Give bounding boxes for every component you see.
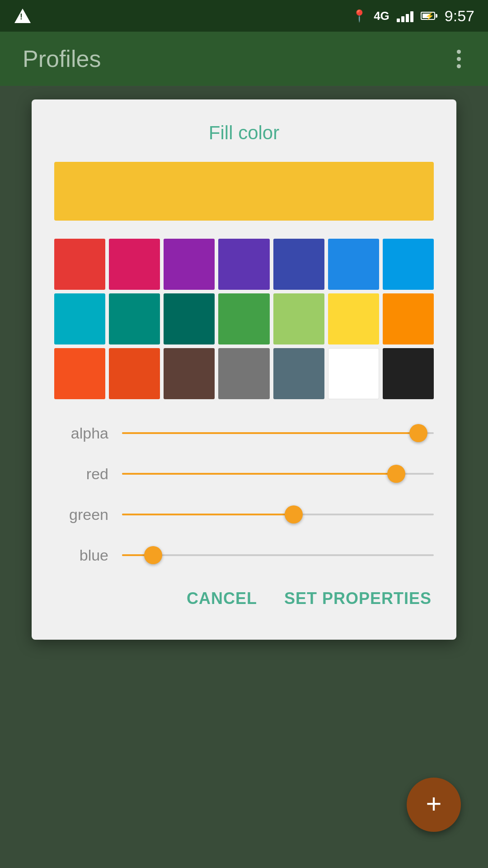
color-swatch-brown[interactable]: [164, 348, 215, 399]
location-icon: 📍: [352, 9, 366, 23]
color-swatch-orange[interactable]: [383, 293, 434, 344]
warning-icon: [14, 7, 32, 25]
color-swatch-blue-grey[interactable]: [273, 348, 324, 399]
add-icon: +: [426, 790, 441, 817]
alpha-label: alpha: [54, 425, 108, 442]
blue-thumb[interactable]: [144, 546, 162, 564]
blue-label: blue: [54, 547, 108, 564]
color-swatch-yellow[interactable]: [328, 293, 379, 344]
dialog-buttons: CANCEL SET PROPERTIES: [54, 585, 434, 613]
status-left: [14, 7, 32, 25]
overflow-dot: [457, 64, 461, 68]
blue-track: [122, 554, 434, 556]
red-fill: [122, 473, 396, 475]
alpha-fill: [122, 432, 418, 434]
red-thumb[interactable]: [387, 465, 405, 483]
alpha-thumb[interactable]: [409, 424, 427, 442]
status-time: 9:57: [445, 7, 474, 25]
red-slider-row: red: [54, 462, 434, 485]
color-swatch-lime[interactable]: [273, 293, 324, 344]
color-swatch-red[interactable]: [54, 239, 105, 290]
color-swatch-teal-light[interactable]: [109, 293, 160, 344]
green-label: green: [54, 506, 108, 524]
battery-icon: ⚡: [421, 12, 437, 20]
add-fab[interactable]: +: [407, 778, 461, 832]
color-swatch-light-blue[interactable]: [383, 239, 434, 290]
color-swatch-purple[interactable]: [164, 239, 215, 290]
alpha-slider[interactable]: [122, 422, 434, 444]
green-slider-row: green: [54, 503, 434, 526]
overflow-menu-button[interactable]: [452, 45, 465, 73]
alpha-track: [122, 432, 434, 434]
green-thumb[interactable]: [285, 505, 303, 524]
color-swatch-teal[interactable]: [164, 293, 215, 344]
set-properties-button[interactable]: SET PROPERTIES: [282, 585, 434, 613]
color-swatch-grid: [54, 239, 434, 399]
blue-slider[interactable]: [122, 544, 434, 566]
page-title: Profiles: [23, 45, 101, 72]
color-swatch-deep-purple[interactable]: [218, 239, 269, 290]
color-swatch-white[interactable]: [328, 348, 379, 399]
color-swatch-indigo[interactable]: [273, 239, 324, 290]
cancel-button[interactable]: CANCEL: [184, 585, 259, 613]
green-slider[interactable]: [122, 503, 434, 526]
signal-icon: [397, 9, 413, 22]
dialog-title: Fill color: [54, 122, 434, 144]
app-bar: Profiles: [0, 32, 488, 86]
color-swatch-blue[interactable]: [328, 239, 379, 290]
fill-color-dialog: Fill color alpha: [32, 99, 456, 640]
red-slider[interactable]: [122, 462, 434, 485]
color-swatch-red-orange[interactable]: [109, 348, 160, 399]
green-track: [122, 514, 434, 515]
color-swatch-black[interactable]: [383, 348, 434, 399]
overflow-dot: [457, 50, 461, 54]
alpha-slider-row: alpha: [54, 422, 434, 444]
color-preview: [54, 162, 434, 221]
color-swatch-pink[interactable]: [109, 239, 160, 290]
color-swatch-grey[interactable]: [218, 348, 269, 399]
color-swatch-deep-orange[interactable]: [54, 348, 105, 399]
color-swatch-cyan[interactable]: [54, 293, 105, 344]
warning-triangle: [14, 9, 31, 23]
green-fill: [122, 514, 294, 515]
status-right: 📍 4G ⚡ 9:57: [352, 7, 474, 25]
overflow-dot: [457, 57, 461, 61]
status-bar: 📍 4G ⚡ 9:57: [0, 0, 488, 32]
red-label: red: [54, 465, 108, 483]
blue-slider-row: blue: [54, 544, 434, 566]
color-swatch-green[interactable]: [218, 293, 269, 344]
network-indicator: 4G: [374, 9, 389, 23]
